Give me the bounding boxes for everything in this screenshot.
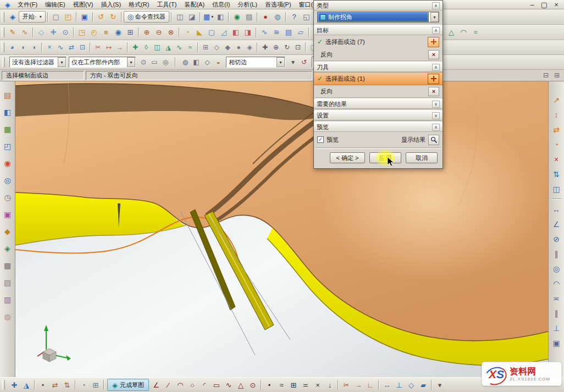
datum-plane-icon[interactable]: ◇ [35,26,47,38]
quick-extend-icon[interactable]: → [352,379,364,391]
finish-sketch-button[interactable]: ◈ 元成草图 [107,379,149,391]
sketch-icon[interactable]: ✎ [7,26,19,38]
radial-dimension-icon[interactable]: ⊘ [550,233,563,245]
app-logo-icon[interactable]: ◈ [2,0,14,10]
edge-rule-combo[interactable]: 相切边 ▼ [226,57,285,68]
web-browser-icon[interactable]: ◎ [2,174,14,186]
styled-blend-icon[interactable]: ◗ [18,42,29,53]
rectangle-icon[interactable]: ▭ [211,379,223,391]
continuous-auto-dimension-icon[interactable]: ◔ [78,379,90,391]
combo-arrow-icon[interactable]: ▼ [430,12,439,22]
roles-icon[interactable]: ◈ [2,242,14,255]
deviation-checking-icon[interactable]: ≈ [469,26,482,38]
reuse-library-icon[interactable]: ◰ [2,140,14,152]
touch-mode-icon[interactable]: ◉ [231,11,243,23]
selection-rectangle-icon[interactable]: ▭ [149,57,160,68]
collapse-arrow-icon[interactable]: ∧ [432,124,440,131]
aesthetic-blend-icon[interactable]: ◖ [29,42,40,53]
make-symmetric-icon[interactable]: ≍ [550,292,563,305]
shell-icon[interactable]: ▢ [206,26,218,38]
make-symmetric-sketch-icon[interactable]: ◇ [405,379,417,391]
display-constraints-icon[interactable]: ▰ [417,379,429,391]
curve-length-icon[interactable]: ◠ [457,26,469,38]
target-select-row[interactable]: ✓ 选择面或边 (7) [314,35,443,48]
angular-dimension-icon[interactable]: ∠ [550,218,563,230]
menu-item-1[interactable]: 编辑(E) [41,0,69,9]
circle-icon[interactable]: ○ [186,379,198,391]
ok-button[interactable]: < 确定 > [330,152,365,163]
part-templates-icon[interactable]: ▥ [2,294,14,306]
combo-arrow-icon[interactable]: ▼ [58,57,66,67]
collapse-arrow-icon[interactable]: ∧ [432,27,440,34]
profile-icon[interactable]: ∠ [150,379,162,391]
deviation-gauge-icon[interactable]: ✚ [130,42,141,53]
tool-reverse-button[interactable]: × [428,87,439,96]
offset-extract-icon[interactable]: ⇄ [49,379,61,391]
point-icon[interactable]: ⊙ [59,26,71,38]
sketch-point-tool-icon[interactable]: • [263,379,275,391]
hole-icon[interactable]: ◉ [112,26,124,38]
highlight-toggle-icon[interactable]: ◎ [160,57,171,68]
assembly-navigator-icon[interactable]: ▤ [2,89,14,101]
movie-record-icon[interactable]: ● [259,11,272,23]
grid-snap-icon[interactable]: ⊞ [90,379,102,391]
section-analysis-icon[interactable]: ◫ [152,42,163,53]
viewport-3d-model[interactable] [15,81,548,377]
target-reverse-button[interactable]: × [428,50,439,59]
group-face-icon[interactable]: ▣ [550,336,563,349]
delete-face-icon[interactable]: × [550,153,563,165]
edge-rule-icon[interactable]: ◇ [202,57,213,68]
arc-icon[interactable]: ◠ [174,379,186,391]
snap-toggle-icon[interactable]: ⊙ [138,57,149,68]
tool-select-row[interactable]: ✓ 选择面或边 (1) [314,72,443,85]
menu-item-6[interactable]: 装配(A) [180,0,208,9]
wcs-triad[interactable] [37,325,71,362]
surface-continuity-icon[interactable]: ≈ [185,42,196,53]
reattach-sketch-icon[interactable]: ◮ [20,379,32,391]
display-mode-icon[interactable]: ◧ [214,11,226,23]
section-header-results[interactable]: 需要的结果 ∨ [314,99,443,109]
expand-arrow-icon[interactable]: ∨ [432,112,440,119]
system-materials-icon[interactable]: ▨ [2,277,14,289]
law-extension-icon[interactable]: → [114,42,125,53]
window-icon[interactable]: ▦▾ [202,11,214,23]
menu-item-9[interactable]: 首选项(P) [261,0,295,9]
extend-surface-icon[interactable]: ↦ [103,42,114,53]
combo-arrow-icon[interactable]: ▼ [277,57,285,67]
ruled-surface-icon[interactable]: ▤ [283,26,295,38]
face-rule-icon[interactable]: ◧ [191,57,202,68]
x-form-icon[interactable]: × [44,42,55,53]
studio-render-icon[interactable]: ● [233,42,244,53]
touch-panel-icon[interactable]: ◍ [2,311,14,323]
copy-icon[interactable]: ◫ [174,11,186,23]
make-coaxial-icon[interactable]: ◎ [550,262,563,275]
type-combo[interactable]: 制作拐角 ▼ [317,12,439,23]
selection-filter-combo[interactable]: 没有选择过滤器 ▼ [9,57,67,68]
make-tangent-icon[interactable]: ◠ [550,277,563,290]
rotate-tool-icon[interactable]: ↻ [281,42,292,53]
ellipse-icon[interactable]: ⊙ [247,379,259,391]
chamfer-icon[interactable]: ◣ [193,26,206,38]
linear-dimension-icon[interactable]: ↔ [550,203,563,216]
prompt-grid-icon[interactable]: ⊞ [551,70,562,81]
intersection-curve-icon[interactable]: × [312,379,324,391]
graphics-viewport[interactable] [15,81,548,377]
color-filter-icon[interactable]: ◒ [213,57,224,68]
draft-analysis-icon[interactable]: ◮ [163,42,174,53]
menu-item-7[interactable]: 信息(I) [208,0,234,9]
fit-tool-icon[interactable]: ⊡ [292,42,303,53]
make-coplanar-icon[interactable]: ∥ [550,247,563,260]
expand-arrow-icon[interactable]: ∨ [432,101,440,108]
pan-tool-icon[interactable]: ✚ [259,42,270,53]
open-file-icon[interactable]: ◰ [62,11,74,23]
close-button[interactable]: × [550,0,562,10]
process-studio-icon[interactable]: ▣ [2,208,14,220]
split-body-icon[interactable]: ◨ [242,26,254,38]
collapse-arrow-icon[interactable]: ∧ [432,64,440,71]
menu-item-0[interactable]: 文件(F) [14,0,41,9]
sketch-point-icon[interactable]: • [37,379,49,391]
project-curve-icon[interactable]: ↓ [324,379,336,391]
top-selection-icon[interactable]: ◍ [180,57,191,68]
revolve-icon[interactable]: ◴ [88,26,100,38]
offset-curve-icon[interactable]: ≈ [275,379,287,391]
